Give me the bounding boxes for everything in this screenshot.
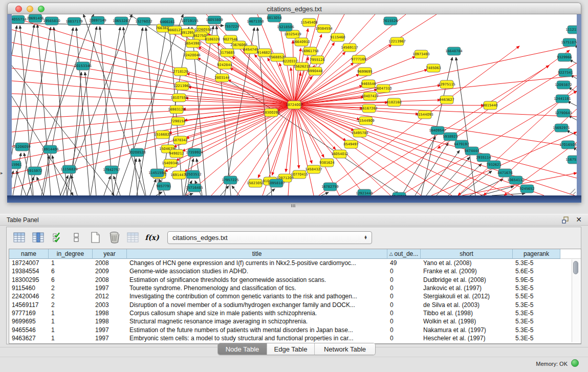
cell-title[interactable]: Estimation of the future numbers of pati… (127, 326, 387, 334)
tab-node-table[interactable]: Node Table (218, 343, 267, 355)
table-row[interactable]: 1830029562008Estimation of significance … (9, 276, 581, 284)
table-row[interactable]: 1872400712008Changes of HCN gene express… (9, 259, 581, 267)
cell-short[interactable]: Yano et al. (2008) (421, 259, 513, 267)
cell-title[interactable]: Corpus callosum shape and size in male p… (127, 310, 387, 317)
cell-year[interactable]: 1997 (93, 335, 127, 342)
cell-title[interactable]: Embryonic stem cells: a model to study s… (127, 335, 387, 342)
cell-out-de-[interactable]: 0 (387, 285, 421, 292)
column-header-title[interactable]: title (127, 249, 387, 259)
network-table-selector[interactable]: citations_edges.txt ▲▼ (167, 231, 372, 244)
cell-in-degree[interactable]: 2 (49, 285, 93, 292)
cell-short[interactable]: Stergiakouli et al. (2012) (421, 293, 513, 300)
cell-year[interactable]: 2012 (93, 293, 127, 300)
cell-name[interactable]: 19384554 (9, 268, 49, 275)
cell-year[interactable]: 1998 (93, 310, 127, 317)
cell-name[interactable]: 9115460 (9, 285, 49, 292)
canvas-resize-grip[interactable] (573, 192, 576, 195)
cell-out-de-[interactable]: 0 (387, 310, 421, 317)
cell-name[interactable]: 18724007 (9, 259, 49, 267)
cell-year[interactable]: 1998 (93, 318, 127, 325)
cell-out-de-[interactable]: 0 (387, 301, 421, 309)
cell-short[interactable]: de Silva et al. (2003) (421, 301, 513, 309)
cell-year[interactable]: 2008 (93, 259, 127, 267)
column-header-in-degree[interactable]: in_degree (49, 249, 93, 259)
cell-short[interactable]: Tibbo et al. (1998) (421, 310, 513, 317)
cell-title[interactable]: Tourette syndrome. Phenomenology and cla… (127, 285, 387, 292)
cell-short[interactable]: Jankovic et al. (1997) (421, 285, 513, 292)
cell-pagerank[interactable]: 5.3E-5 (513, 326, 560, 334)
tab-edge-table[interactable]: Edge Table (267, 343, 315, 355)
close-panel-icon[interactable]: ✕ (576, 215, 582, 224)
cell-short[interactable]: Dudbridge et al. (2008) (421, 276, 513, 283)
cell-in-degree[interactable]: 1 (49, 326, 93, 334)
cell-in-degree[interactable]: 1 (49, 310, 93, 317)
cell-in-degree[interactable]: 1 (49, 318, 93, 325)
cell-year[interactable]: 2008 (93, 276, 127, 283)
cell-title[interactable]: Genome-wide association studies in ADHD. (127, 268, 387, 275)
table-row[interactable]: 969969511998Structural magnetic resonanc… (9, 317, 581, 325)
column-header-year[interactable]: year (93, 249, 127, 259)
cell-in-degree[interactable]: 1 (49, 259, 93, 267)
cell-title[interactable]: Structural magnetic resonance image aver… (127, 318, 387, 325)
table-row[interactable]: 911546021997Tourette syndrome. Phenomeno… (9, 284, 581, 292)
table-vertical-scrollbar[interactable] (572, 259, 580, 342)
cell-title[interactable]: Estimation of significance thresholds fo… (127, 276, 387, 283)
table-row[interactable]: 946362711997Embryonic stem cells: a mode… (9, 334, 581, 342)
table-row[interactable]: 977716911998Corpus callosum shape and si… (9, 309, 581, 317)
delete-rows-icon[interactable] (107, 231, 121, 244)
column-header-pagerank[interactable]: pagerank (513, 249, 560, 259)
column-header-short[interactable]: short (421, 249, 513, 259)
cell-out-de-[interactable]: 0 (387, 318, 421, 325)
cell-in-degree[interactable]: 1 (49, 335, 93, 342)
table-settings-icon[interactable] (13, 231, 26, 244)
table-row[interactable]: 1938455462009Genome-wide association stu… (9, 267, 581, 275)
function-builder-icon[interactable]: f(x) (145, 231, 159, 244)
cell-out-de-[interactable]: 0 (387, 276, 421, 283)
cell-pagerank[interactable]: 5.3E-5 (513, 310, 560, 317)
cell-name[interactable]: 9777169 (9, 310, 49, 317)
cell-in-degree[interactable]: 6 (49, 276, 93, 283)
panel-collapse-arrow[interactable]: ▸ (1, 170, 3, 176)
cell-in-degree[interactable]: 6 (49, 268, 93, 275)
cell-name[interactable]: 18300295 (9, 276, 49, 283)
cell-name[interactable]: 9699695 (9, 318, 49, 325)
cell-pagerank[interactable]: 5.9E-5 (513, 276, 560, 283)
row-height-icon[interactable] (70, 231, 83, 244)
cell-short[interactable]: Hescheler et al. (1997) (421, 335, 513, 342)
cell-short[interactable]: Franke et al. (2009) (421, 268, 513, 275)
cell-pagerank[interactable]: 5.3E-5 (513, 335, 560, 342)
cell-name[interactable]: 9463627 (9, 335, 49, 342)
cell-year[interactable]: 2009 (93, 268, 127, 275)
new-table-icon[interactable] (89, 231, 102, 244)
cell-pagerank[interactable]: 5.3E-5 (513, 259, 560, 267)
cell-pagerank[interactable]: 5.3E-5 (513, 301, 560, 309)
cell-name[interactable]: 14569117 (9, 301, 49, 309)
window-titlebar[interactable]: citations_edges.txt (7, 3, 581, 14)
cell-pagerank[interactable]: 5.5E-5 (513, 293, 560, 300)
cell-out-de-[interactable]: 0 (387, 268, 421, 275)
cell-pagerank[interactable]: 5.3E-5 (513, 285, 560, 292)
cell-out-de-[interactable]: 0 (387, 335, 421, 342)
cell-title[interactable]: Disruption of a novel member of a sodium… (127, 301, 387, 309)
cell-name[interactable]: 9465546 (9, 326, 49, 334)
cell-name[interactable]: 22420046 (9, 293, 49, 300)
table-row[interactable]: 2242004622012Investigating the contribut… (9, 292, 581, 300)
cell-year[interactable]: 2003 (93, 301, 127, 309)
cell-in-degree[interactable]: 2 (49, 301, 93, 309)
select-columns-icon[interactable] (51, 231, 64, 244)
cell-year[interactable]: 1997 (93, 285, 127, 292)
cell-pagerank[interactable]: 5.3E-5 (513, 318, 560, 325)
float-panel-icon[interactable] (562, 216, 570, 224)
cell-year[interactable]: 1997 (93, 326, 127, 334)
network-canvas[interactable]: 1830029576638229860125891295412260558982… (12, 14, 577, 195)
cell-title[interactable]: Investigating the contribution of common… (127, 293, 387, 300)
cell-out-de-[interactable]: 0 (387, 326, 421, 334)
column-header-out-de-[interactable]: △out_de... (387, 249, 421, 259)
column-header-name[interactable]: name (9, 249, 49, 259)
tab-network-table[interactable]: Network Table (315, 343, 375, 355)
split-pane-grip[interactable] (291, 204, 296, 207)
table-row[interactable]: 1456911722003Disruption of a novel membe… (9, 300, 581, 309)
show-columns-icon[interactable] (32, 231, 45, 244)
cell-title[interactable]: Changes of HCN gene expression and I(f) … (127, 259, 387, 267)
table-row[interactable]: 946554611997Estimation of the future num… (9, 325, 581, 334)
